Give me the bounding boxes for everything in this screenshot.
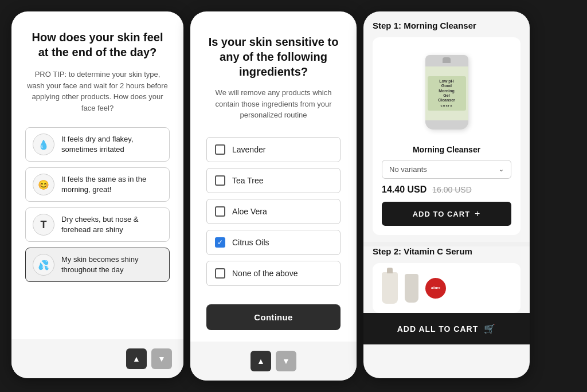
allure-badge: allure: [425, 278, 446, 299]
serum-bottle-1: [382, 272, 398, 304]
product-card-cleanser: Low pHGoodMorningGelCleansercosrx Mornin…: [373, 37, 521, 235]
cleanser-brand-text: Low pHGoodMorningGelCleansercosrx: [438, 79, 455, 108]
middle-nav-down-button[interactable]: ▼: [276, 351, 296, 371]
middle-content: Is your skin sensitive to any of the fol…: [190, 11, 357, 342]
checkbox-lavender[interactable]: Lavender: [206, 137, 341, 162]
option-dry[interactable]: 💧 It feels dry and flakey, sometimes irr…: [25, 127, 170, 162]
left-content: How does your skin feel at the end of th…: [11, 11, 183, 339]
checkbox-box-citrus-oils: ✓: [215, 237, 225, 248]
skin-feel-options: 💧 It feels dry and flakey, sometimes irr…: [25, 127, 170, 282]
left-nav: ▲ ▼: [11, 339, 183, 378]
middle-panel: Is your skin sensitive to any of the fol…: [190, 11, 357, 381]
cart-icon: 🛒: [484, 323, 496, 334]
middle-title: Is your skin sensitive to any of the fol…: [206, 34, 341, 79]
continue-button[interactable]: Continue: [206, 304, 341, 330]
checkbox-label-aloe-vera: Aloe Vera: [232, 207, 267, 216]
price-row: 14.40 USD 16.00 USD: [382, 185, 511, 195]
option-text-dry: It feels dry and flakey, sometimes irrit…: [61, 134, 162, 155]
ingredient-list: Lavender Tea Tree Aloe Vera ✓ Citrus Oil…: [206, 137, 341, 286]
price-original: 16.00 USD: [432, 185, 471, 194]
step2-title: Step 2: Vitamin C Serum: [373, 246, 521, 256]
option-text-combo: Dry cheeks, but nose & forehead are shin…: [61, 214, 162, 235]
add-to-cart-label: ADD TO CART: [413, 210, 470, 218]
product-image-area: Low pHGoodMorningGelCleansercosrx: [382, 46, 511, 138]
serum-preview-card: allure: [373, 263, 521, 313]
option-oily[interactable]: 💦 My skin becomes shiny throughout the d…: [25, 248, 170, 282]
cleanser-tube-top: [425, 55, 468, 66]
checkbox-box-lavender: [215, 144, 225, 155]
allure-badge-text: allure: [431, 286, 440, 290]
chevron-down-icon: ⌄: [499, 166, 504, 173]
section-divider: [363, 242, 530, 246]
plus-icon: +: [475, 209, 480, 219]
checkbox-label-citrus-oils: Citrus Oils: [232, 238, 269, 247]
variant-selector[interactable]: No variants ⌄: [382, 160, 511, 179]
option-icon-oily: 💦: [33, 254, 54, 276]
cleanser-tube-label: Low pHGoodMorningGelCleansercosrx: [425, 66, 468, 120]
nav-up-button[interactable]: ▲: [126, 348, 147, 369]
checkbox-label-none: None of the above: [232, 269, 298, 278]
serum-bottle-2: [405, 274, 418, 303]
nav-down-button[interactable]: ▼: [151, 348, 172, 369]
step1-title: Step 1: Morning Cleanser: [373, 21, 521, 30]
checkbox-citrus-oils[interactable]: ✓ Citrus Oils: [206, 230, 341, 255]
checkbox-label-tea-tree: Tea Tree: [232, 176, 263, 185]
right-scroll-inner[interactable]: Step 1: Morning Cleanser Low pHGoodMorni…: [363, 11, 530, 313]
left-title: How does your skin feel at the end of th…: [25, 30, 170, 60]
right-panel: Step 1: Morning Cleanser Low pHGoodMorni…: [363, 11, 530, 378]
left-panel: How does your skin feel at the end of th…: [11, 11, 183, 378]
checkbox-tea-tree[interactable]: Tea Tree: [206, 168, 341, 193]
step2-section: Step 2: Vitamin C Serum allure: [363, 246, 530, 313]
middle-nav-up-button[interactable]: ▲: [251, 351, 271, 371]
variant-label: No variants: [389, 165, 427, 174]
middle-nav: ▲ ▼: [190, 342, 357, 381]
add-all-to-cart-bar[interactable]: ADD ALL TO CART 🛒: [363, 313, 530, 344]
option-icon-combo: T: [33, 214, 54, 236]
checkbox-none[interactable]: None of the above: [206, 261, 341, 286]
checkbox-aloe-vera[interactable]: Aloe Vera: [206, 199, 341, 224]
checkbox-box-none: [215, 268, 225, 279]
cleanser-tube-bottom: [425, 120, 468, 130]
pro-tip: PRO TIP: to determine your skin type, wa…: [25, 69, 170, 113]
option-text-same: It feels the same as in the morning, gre…: [61, 174, 162, 195]
option-icon-dry: 💧: [33, 134, 54, 155]
step1-section: Step 1: Morning Cleanser Low pHGoodMorni…: [363, 11, 530, 235]
checkbox-box-tea-tree: [215, 175, 225, 186]
option-icon-same: 😊: [33, 174, 54, 195]
add-all-label: ADD ALL TO CART: [397, 324, 479, 334]
add-to-cart-button[interactable]: ADD TO CART +: [382, 202, 511, 226]
checkbox-box-aloe-vera: [215, 206, 225, 217]
middle-subtitle: We will remove any products which contai…: [206, 87, 341, 121]
price-current: 14.40 USD: [382, 185, 426, 195]
right-scroll: Step 1: Morning Cleanser Low pHGoodMorni…: [363, 11, 530, 344]
option-same[interactable]: 😊 It feels the same as in the morning, g…: [25, 167, 170, 202]
checkbox-label-lavender: Lavender: [232, 145, 265, 154]
cleanser-label-inner: Low pHGoodMorningGelCleansercosrx: [428, 76, 466, 111]
cleanser-tube-illustration: Low pHGoodMorningGelCleansercosrx: [425, 55, 468, 130]
product1-name: Morning Cleanser: [382, 145, 511, 154]
option-combo[interactable]: T Dry cheeks, but nose & forehead are sh…: [25, 207, 170, 242]
cleanser-brand-name: cosrx: [440, 104, 452, 107]
option-text-oily: My skin becomes shiny throughout the day: [61, 254, 162, 275]
